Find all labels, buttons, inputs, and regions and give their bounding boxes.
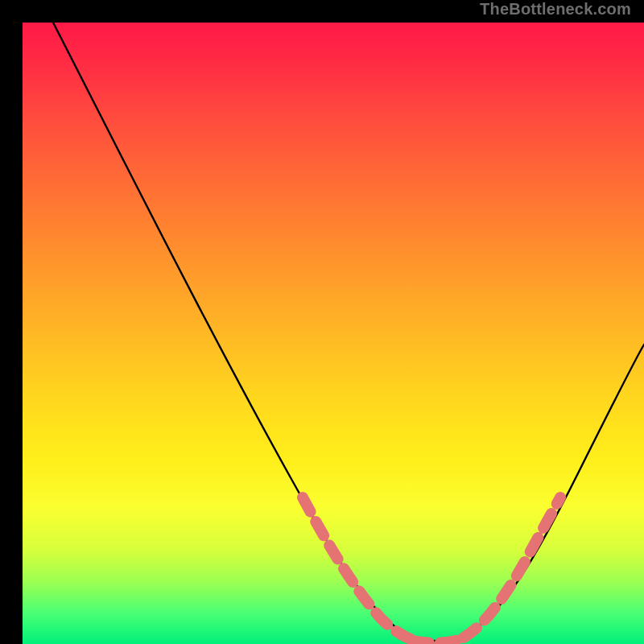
plot-area <box>23 23 644 644</box>
watermark-text: TheBottleneck.com <box>480 0 631 19</box>
bottleneck-curve-svg <box>23 23 644 644</box>
chart-frame <box>11 11 633 633</box>
bottleneck-curve-line <box>53 23 644 641</box>
dash-overlay-left <box>303 497 415 641</box>
dash-overlay-right <box>464 497 560 638</box>
dash-overlay-floor <box>413 639 461 643</box>
